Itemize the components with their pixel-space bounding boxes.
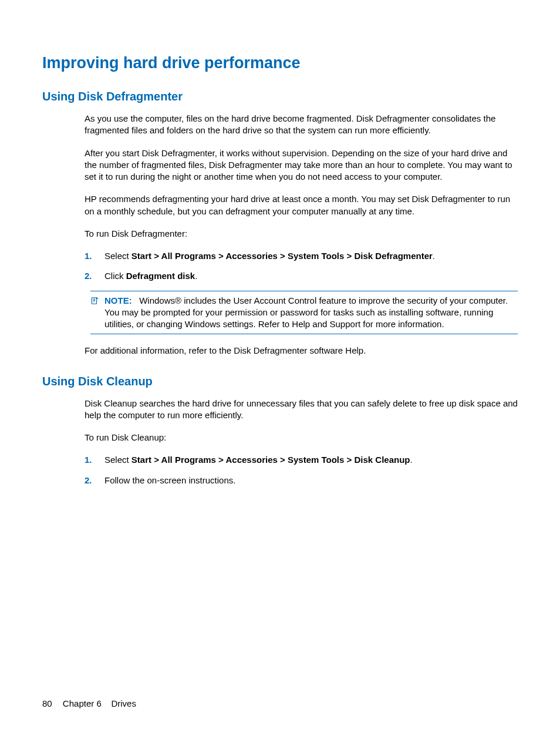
list-item: 1. Select Start > All Programs > Accesso… [85,454,518,466]
paragraph: HP recommends defragmenting your hard dr… [85,193,518,217]
note-box: NOTE: Windows® includes the User Account… [90,291,518,335]
ordered-list: 1. Select Start > All Programs > Accesso… [85,250,518,283]
page-footer: 80 Chapter 6 Drives [42,698,136,708]
text-pre: Click [104,271,126,281]
text-bold: Start > All Programs > Accessories > Sys… [131,251,433,261]
list-item: 1. Select Start > All Programs > Accesso… [85,250,518,262]
list-text: Follow the on-screen instructions. [104,475,518,486]
paragraph: Disk Cleanup searches the hard drive for… [85,398,518,422]
paragraph: To run Disk Defragmenter: [85,228,518,240]
list-item: 2. Click Defragment disk. [85,270,518,282]
list-text: Select Start > All Programs > Accessorie… [104,454,518,466]
note-label: NOTE: [104,295,132,305]
paragraph: For additional information, refer to the… [85,345,518,357]
text-pre: Select [104,455,131,465]
note-body: Windows® includes the User Account Contr… [104,295,508,330]
text-post: . [410,455,413,465]
section-heading-cleanup: Using Disk Cleanup [42,375,518,388]
section-heading-defragmenter: Using Disk Defragmenter [42,90,518,103]
list-number: 2. [85,475,104,486]
list-text: Click Defragment disk. [104,270,518,282]
list-number: 1. [85,454,104,466]
text-post: . [433,251,435,261]
list-number: 2. [85,270,104,282]
paragraph: As you use the computer, files on the ha… [85,113,518,137]
paragraph: After you start Disk Defragmenter, it wo… [85,147,518,183]
page-title: Improving hard drive performance [42,54,518,72]
note-icon [90,297,99,305]
text-bold: Defragment disk [126,271,195,281]
text-post: . [195,271,197,281]
section-body-cleanup: Disk Cleanup searches the hard drive for… [85,398,518,486]
list-item: 2. Follow the on-screen instructions. [85,475,518,486]
paragraph: To run Disk Cleanup: [85,432,518,443]
ordered-list: 1. Select Start > All Programs > Accesso… [85,454,518,486]
text-pre: Follow the on-screen instructions. [104,475,235,485]
chapter-name: Drives [111,698,136,708]
chapter-label: Chapter 6 [63,698,102,708]
text-pre: Select [104,251,131,261]
list-number: 1. [85,250,104,262]
note-text: NOTE: Windows® includes the User Account… [104,295,518,331]
page-number: 80 [42,698,52,708]
section-body-defragmenter: As you use the computer, files on the ha… [85,113,518,357]
list-text: Select Start > All Programs > Accessorie… [104,250,518,262]
note-icon-col [90,295,104,331]
text-bold: Start > All Programs > Accessories > Sys… [131,455,410,465]
section-cleanup: Using Disk Cleanup Disk Cleanup searches… [42,375,518,486]
